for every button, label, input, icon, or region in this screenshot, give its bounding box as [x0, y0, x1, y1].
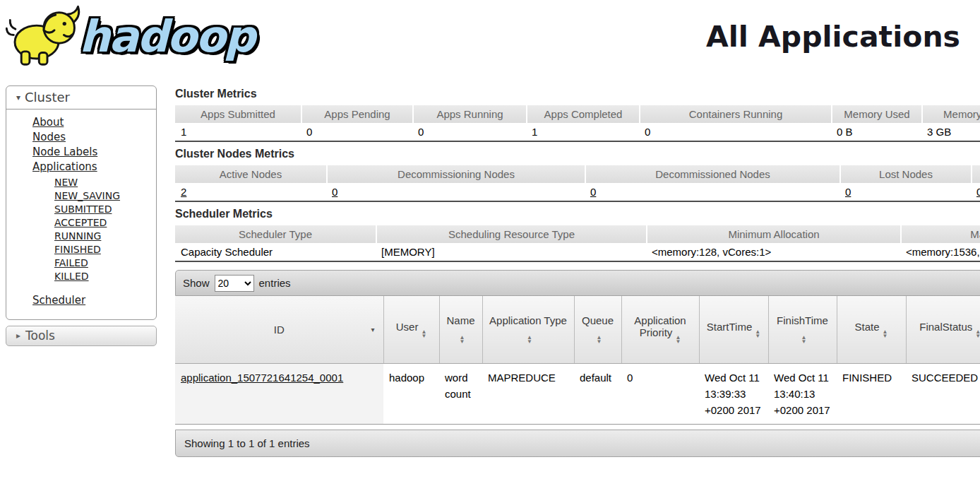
- col-active-nodes: Active Nodes: [175, 165, 326, 183]
- lost-nodes-link[interactable]: 0: [845, 186, 851, 198]
- cluster-nodes-header-row: Active Nodes Decommissioning Nodes Decom…: [175, 165, 980, 183]
- col-finishtime-sort[interactable]: FinishTime▲▼: [768, 296, 837, 363]
- scheduler-metrics-value-row: Capacity Scheduler [MEMORY] <memory:128,…: [175, 243, 980, 262]
- sidebar-item-killed[interactable]: KILLED: [54, 270, 156, 283]
- sidebar-item-finished[interactable]: FINISHED: [54, 243, 156, 256]
- col-apps-completed: Apps Completed: [526, 105, 639, 123]
- scheduler-type-value: Capacity Scheduler: [175, 243, 376, 262]
- apps-pending-value: 0: [301, 123, 412, 142]
- hadoop-logo-text: hadoop: [79, 8, 254, 65]
- col-state-label: State: [855, 321, 880, 333]
- page-header: hadoop All Applications: [0, 0, 980, 79]
- cluster-metrics-table: Apps Submitted Apps Pending Apps Running…: [175, 105, 980, 142]
- col-finalstatus-sort[interactable]: FinalStatus▲▼: [906, 296, 980, 363]
- cluster-metrics-value-row: 1 0 0 1 0 0 B 3 GB: [175, 123, 980, 142]
- memory-total-value: 3 GB: [921, 123, 980, 142]
- col-name-sort[interactable]: Name▲▼: [439, 296, 482, 363]
- col-user-sort[interactable]: User▲▼: [383, 296, 439, 363]
- apps-completed-value: 1: [526, 123, 639, 142]
- decommissioning-nodes-value: 0: [326, 183, 585, 202]
- scheduling-resource-type-value: [MEMORY]: [376, 243, 646, 262]
- col-state-sort[interactable]: State▲▼: [837, 296, 906, 363]
- decommissioning-nodes-link[interactable]: 0: [332, 186, 337, 198]
- decommissioned-nodes-link[interactable]: 0: [590, 186, 596, 198]
- lost-nodes-value: 0: [839, 183, 971, 202]
- apps-submitted-value: 1: [175, 123, 301, 142]
- sidebar-tools-label: Tools: [25, 329, 55, 343]
- hadoop-elephant-icon: [6, 4, 89, 69]
- col-apps-pending: Apps Pending: [301, 105, 412, 123]
- col-user-label: User: [396, 321, 419, 333]
- sort-icon: ▲▼: [597, 336, 602, 344]
- sort-icon: ▲▼: [527, 336, 532, 344]
- col-memory-used: Memory Used: [831, 105, 921, 123]
- application-priority-cell: 0: [621, 363, 699, 424]
- sidebar-cluster-label: Cluster: [25, 90, 70, 105]
- sidebar-item-nodes[interactable]: Nodes: [32, 130, 156, 145]
- containers-running-value: 0: [639, 123, 831, 142]
- sidebar-scheduler-wrap: Scheduler: [32, 293, 156, 308]
- col-scheduling-resource-type: Scheduling Resource Type: [376, 225, 646, 243]
- sidebar-cluster-section: ▾Cluster About Nodes Node Labels Applica…: [6, 85, 157, 320]
- active-nodes-link[interactable]: 2: [181, 186, 186, 198]
- cluster-nodes-metrics-title: Cluster Nodes Metrics: [175, 148, 980, 160]
- sidebar-item-new-saving[interactable]: NEW_SAVING: [54, 189, 156, 203]
- unhealthy-nodes-link[interactable]: 0: [976, 186, 980, 198]
- sort-icon: ▲▼: [883, 330, 888, 338]
- sidebar-item-running[interactable]: RUNNING: [54, 230, 156, 243]
- maximum-allocation-value: <memory:1536, vCores:4>: [900, 243, 980, 262]
- sidebar-cluster-header[interactable]: ▾Cluster: [6, 86, 156, 110]
- col-starttime-sort[interactable]: StartTime▲▼: [699, 296, 768, 363]
- sidebar-item-accepted[interactable]: ACCEPTED: [54, 216, 156, 230]
- sort-icon: ▲▼: [975, 330, 980, 338]
- hadoop-logo[interactable]: hadoop: [6, 4, 254, 69]
- col-application-priority-sort[interactable]: Application Priority▲▼: [621, 296, 699, 363]
- sidebar-item-new[interactable]: NEW: [54, 176, 156, 189]
- minimum-allocation-value: <memory:128, vCores:1>: [646, 243, 900, 262]
- col-apps-running: Apps Running: [412, 105, 526, 123]
- col-unhealthy-nodes: Unhealthy Nodes: [971, 165, 980, 183]
- col-application-type-label: Application Type: [489, 314, 567, 326]
- sidebar-item-scheduler[interactable]: Scheduler: [32, 293, 156, 308]
- application-type-cell: MAPREDUCE: [482, 363, 574, 424]
- sort-icon: ▲▼: [801, 336, 807, 344]
- sidebar-item-about[interactable]: About: [32, 115, 156, 130]
- sidebar-item-failed[interactable]: FAILED: [54, 256, 156, 270]
- col-queue-label: Queue: [582, 314, 614, 326]
- col-application-type-sort[interactable]: Application Type▲▼: [482, 296, 574, 363]
- application-row: application_1507721641254_0001 hadoop wo…: [175, 363, 980, 424]
- sidebar-item-applications[interactable]: Applications: [32, 160, 156, 174]
- col-apps-submitted: Apps Submitted: [175, 105, 301, 123]
- main-content: Cluster Metrics Apps Submitted Apps Pend…: [175, 79, 980, 457]
- entries-label: entries: [259, 277, 291, 289]
- decommissioned-nodes-value: 0: [585, 183, 839, 202]
- cluster-nodes-value-row: 2 0 0 0 0: [175, 183, 980, 202]
- sidebar-tools-section[interactable]: ▸Tools: [6, 326, 157, 346]
- application-name-cell: word count: [439, 363, 482, 424]
- col-scheduler-type: Scheduler Type: [175, 225, 376, 243]
- sidebar-cluster-links: About Nodes Node Labels Applications NEW…: [6, 110, 156, 308]
- table-length-control: Show 20 entries: [175, 270, 980, 296]
- sort-descending-icon: ▾: [371, 326, 374, 333]
- application-finishtime-cell: Wed Oct 11 13:40:13 +0200 2017: [768, 363, 837, 424]
- application-queue-cell: default: [574, 363, 621, 424]
- yarn-all-applications-page: { "header": { "logo_text": "hadoop", "ti…: [0, 0, 980, 503]
- col-containers-running: Containers Running: [639, 105, 831, 123]
- active-nodes-value: 2: [175, 183, 326, 202]
- sidebar-item-node-labels[interactable]: Node Labels: [32, 145, 156, 160]
- page-size-select[interactable]: 20: [215, 275, 254, 292]
- sidebar-item-submitted[interactable]: SUBMITTED: [54, 203, 156, 216]
- scheduler-metrics-header-row: Scheduler Type Scheduling Resource Type …: [175, 225, 980, 243]
- content-area: ▾Cluster About Nodes Node Labels Applica…: [0, 79, 980, 457]
- application-id-link[interactable]: application_1507721641254_0001: [181, 372, 343, 384]
- applications-section: Show 20 entries ID ▾ User▲▼ Name▲▼ Appli…: [175, 270, 980, 457]
- page-title: All Applications: [706, 20, 960, 54]
- sort-icon: ▲▼: [675, 336, 681, 344]
- sidebar-application-states: NEW NEW_SAVING SUBMITTED ACCEPTED RUNNIN…: [54, 176, 156, 283]
- col-finalstatus-label: FinalStatus: [919, 321, 972, 333]
- applications-header-row: ID ▾ User▲▼ Name▲▼ Application Type▲▼ Qu…: [175, 296, 980, 363]
- col-queue-sort[interactable]: Queue▲▼: [574, 296, 621, 363]
- application-id-cell: application_1507721641254_0001: [175, 363, 383, 424]
- col-id-sort[interactable]: ID ▾: [175, 296, 383, 363]
- sort-icon: ▲▼: [421, 330, 426, 338]
